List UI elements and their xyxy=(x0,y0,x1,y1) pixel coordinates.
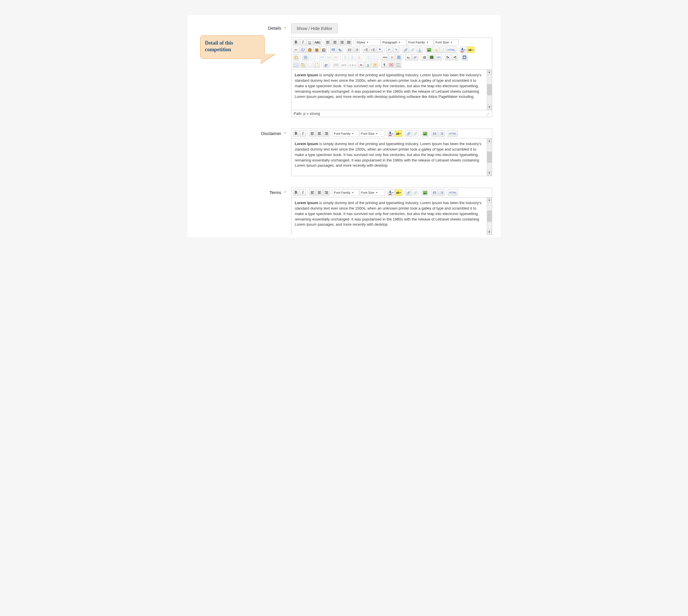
font-size-dropdown[interactable]: Font Size▾ xyxy=(434,39,459,45)
bold-button[interactable]: B xyxy=(293,39,299,45)
text-color-button[interactable]: A▾ xyxy=(388,130,394,137)
text-color-button[interactable]: A▾ xyxy=(460,47,467,53)
bold-button[interactable]: B xyxy=(293,190,299,196)
html-button[interactable]: HTML xyxy=(448,130,458,137)
acronym-button[interactable]: ᴀ.ʙ.ᴄ xyxy=(348,62,358,68)
font-family-dropdown[interactable]: Font Family▾ xyxy=(407,39,433,45)
scroll-thumb[interactable] xyxy=(487,152,492,163)
number-list-button[interactable]: 123 xyxy=(438,190,445,196)
scroll-down-icon[interactable]: ▼ xyxy=(487,171,492,176)
copy-button[interactable] xyxy=(300,47,306,53)
format-dropdown[interactable]: Paragraph▾ xyxy=(381,39,406,45)
find-button[interactable] xyxy=(330,47,336,53)
unlink-button[interactable]: 🔗 xyxy=(410,47,416,53)
special-char-button[interactable]: Ω xyxy=(422,54,428,61)
table-button[interactable] xyxy=(302,54,309,61)
font-family-dropdown[interactable]: Font Family▾ xyxy=(332,190,359,196)
delete-col-button[interactable] xyxy=(356,54,362,61)
layer-button[interactable] xyxy=(293,54,299,61)
bullet-list-button[interactable] xyxy=(346,47,353,53)
subscript-button[interactable]: x₂ xyxy=(405,54,411,61)
highlight-color-button[interactable]: ab▾ xyxy=(395,130,403,137)
number-list-button[interactable]: 123 xyxy=(353,47,360,53)
media-button[interactable] xyxy=(429,54,435,61)
merge-cells-button[interactable] xyxy=(372,54,379,61)
visual-aid-button[interactable] xyxy=(396,54,402,61)
anchor-button[interactable]: ⚓ xyxy=(416,47,423,53)
italic-button[interactable]: I xyxy=(300,130,306,137)
font-size-dropdown[interactable]: Font Size▾ xyxy=(360,130,385,137)
scroll-thumb[interactable] xyxy=(487,211,492,222)
select-all-button[interactable] xyxy=(293,62,299,68)
align-justify-button[interactable] xyxy=(346,39,352,45)
align-center-button[interactable] xyxy=(332,39,338,45)
unlink-button[interactable]: 🔗 xyxy=(412,130,419,137)
cleanup-button[interactable] xyxy=(433,47,439,53)
number-list-button[interactable]: 123 xyxy=(438,130,445,137)
paste-text-button[interactable]: T xyxy=(314,47,320,53)
highlight-color-button[interactable]: ab▾ xyxy=(395,190,403,196)
redo-button[interactable]: ↷ xyxy=(393,47,400,53)
styles-dropdown[interactable]: Styles▾ xyxy=(355,39,381,45)
image-button[interactable] xyxy=(422,190,428,196)
pagebreak-button[interactable] xyxy=(395,62,402,68)
strikethrough-button[interactable]: ABC xyxy=(314,39,322,45)
abslayer-button[interactable] xyxy=(307,62,313,68)
newdoc-button[interactable] xyxy=(314,62,320,68)
split-cells-button[interactable] xyxy=(365,54,372,61)
align-left-button[interactable] xyxy=(309,130,316,137)
remove-format-button[interactable] xyxy=(389,54,395,61)
toggle-editor-button[interactable]: Show / Hide Editor xyxy=(291,23,338,34)
row-before-button[interactable] xyxy=(319,54,325,61)
indent-button[interactable] xyxy=(370,47,376,53)
image-button[interactable] xyxy=(422,130,428,137)
font-family-dropdown[interactable]: Font Family▾ xyxy=(332,130,359,137)
rtl-button[interactable]: ◂¶ xyxy=(452,54,458,61)
undo-button[interactable]: ↶ xyxy=(386,47,392,53)
bullet-list-button[interactable] xyxy=(431,190,438,196)
bold-button[interactable]: B xyxy=(293,130,299,137)
image-button[interactable] xyxy=(426,47,432,53)
highlight-color-button[interactable]: ab▾ xyxy=(467,47,475,53)
align-center-button[interactable] xyxy=(316,190,323,196)
vertical-scrollbar[interactable]: ▲ ▼ xyxy=(487,70,492,110)
text-color-button[interactable]: A▾ xyxy=(388,190,394,196)
abbr-button[interactable]: ᴀʙʀ xyxy=(340,62,348,68)
col-after-button[interactable] xyxy=(349,54,356,61)
ins-button[interactable]: A xyxy=(365,62,371,68)
replace-button[interactable] xyxy=(337,47,343,53)
disclaimer-editor-body[interactable]: Lorem Ipsum is simply dummy text of the … xyxy=(292,138,492,176)
superscript-button[interactable]: x² xyxy=(412,54,418,61)
paste-word-button[interactable]: W xyxy=(321,47,327,53)
vertical-scrollbar[interactable]: ▲ ▼ xyxy=(487,197,492,235)
scroll-thumb[interactable] xyxy=(487,84,492,95)
vertical-scrollbar[interactable]: ▲ ▼ xyxy=(487,138,492,176)
fullscreen-button[interactable] xyxy=(461,54,468,61)
ltr-button[interactable]: ¶▸ xyxy=(445,54,451,61)
paste-button[interactable] xyxy=(307,47,313,53)
scroll-down-icon[interactable]: ▼ xyxy=(487,105,492,110)
link-button[interactable]: 🔗 xyxy=(406,190,412,196)
visualchars-button[interactable]: ¶ xyxy=(381,62,388,68)
delete-row-button[interactable] xyxy=(332,54,339,61)
align-center-button[interactable] xyxy=(316,130,323,137)
cut-button[interactable]: ✂ xyxy=(293,47,299,53)
html-button[interactable]: HTML xyxy=(448,190,458,196)
attribs-button[interactable]: ✳ xyxy=(372,62,378,68)
scroll-up-icon[interactable]: ▲ xyxy=(487,70,492,74)
col-before-button[interactable] xyxy=(342,54,348,61)
styleprops-button[interactable]: A¶ xyxy=(323,62,329,68)
align-right-button[interactable] xyxy=(339,39,345,45)
link-button[interactable]: 🔗 xyxy=(403,47,409,53)
align-right-button[interactable] xyxy=(323,130,329,137)
details-editor-body[interactable]: Lorem Ipsum is simply dummy text of the … xyxy=(292,70,492,110)
scroll-down-icon[interactable]: ▼ xyxy=(487,230,492,235)
hr-button[interactable] xyxy=(382,54,388,61)
cite-button[interactable]: §§§ xyxy=(332,62,340,68)
italic-button[interactable]: I xyxy=(300,190,306,196)
resize-handle-icon[interactable] xyxy=(486,112,490,116)
underline-button[interactable]: U xyxy=(307,39,313,45)
align-left-button[interactable] xyxy=(309,190,316,196)
scroll-up-icon[interactable]: ▲ xyxy=(487,139,492,144)
html-button[interactable]: HTML xyxy=(447,47,457,53)
